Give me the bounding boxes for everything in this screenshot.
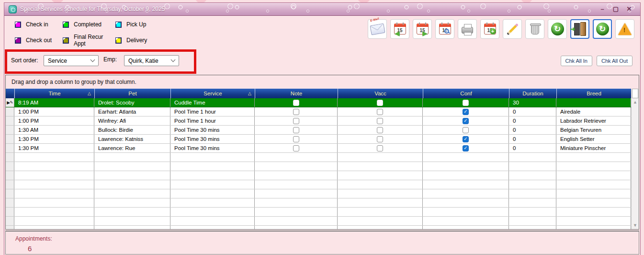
time-cell xyxy=(14,171,94,180)
conf-checkbox[interactable] xyxy=(463,127,469,133)
title-bar[interactable]: Special Services schedule for Thursday, … xyxy=(4,3,640,16)
scroll-down-icon[interactable]: ▼ xyxy=(632,221,639,229)
conf-cell xyxy=(423,98,509,107)
sort-order-dropdown[interactable]: Service xyxy=(44,55,99,66)
row-selector[interactable] xyxy=(6,217,14,225)
vacc-checkbox[interactable] xyxy=(377,109,383,115)
chk-all-out-button[interactable]: Chk All Out xyxy=(597,56,633,66)
duration-cell: 0 xyxy=(509,135,556,143)
duration-cell xyxy=(509,226,556,229)
row-selector[interactable] xyxy=(6,162,14,171)
print-button[interactable] xyxy=(458,19,477,39)
empty-row[interactable] xyxy=(6,171,631,180)
table-row[interactable]: 1:30 PMLawrence: RuePool Time 30 mins✓0M… xyxy=(6,144,631,153)
conf-checkbox-checked[interactable]: ✓ xyxy=(463,109,469,115)
group-by-hint: Drag and drop a column to group by that … xyxy=(6,75,639,89)
empty-cell xyxy=(255,180,338,189)
legend-flag-icon xyxy=(63,22,69,28)
column-header-service[interactable]: Service△ xyxy=(170,89,255,98)
column-header-note[interactable]: Note xyxy=(255,89,338,98)
scroll-up-icon[interactable]: ▲ xyxy=(632,98,639,106)
row-selector[interactable] xyxy=(6,153,14,162)
employee-dropdown[interactable]: Quirk, Katie xyxy=(124,55,179,66)
appointments-panel: Appointments: 6 xyxy=(5,231,639,255)
row-selector[interactable] xyxy=(6,226,14,229)
pet-cell xyxy=(94,162,170,171)
empty-cell xyxy=(338,217,423,225)
empty-row[interactable] xyxy=(6,180,631,189)
row-selector[interactable] xyxy=(6,116,14,125)
column-label: Time xyxy=(48,91,60,96)
row-selector[interactable] xyxy=(6,135,14,143)
service-cell xyxy=(170,198,255,207)
delete-button[interactable] xyxy=(525,19,544,39)
vacc-checkbox[interactable] xyxy=(377,136,383,142)
row-selector[interactable] xyxy=(6,189,14,198)
note-cell xyxy=(255,107,338,116)
conf-checkbox-checked[interactable]: ✓ xyxy=(463,145,469,151)
arrow-into-door-icon: ➜ xyxy=(570,25,576,33)
empty-row[interactable] xyxy=(6,217,631,226)
table-row[interactable]: 1:00 PMEarhart: AtlantaPool Time 1 hour✓… xyxy=(6,107,631,116)
minimize-icon[interactable]: – xyxy=(599,5,606,13)
check-in-door-button[interactable]: ➜ xyxy=(570,19,589,39)
new-appointment-button[interactable]: 15 + xyxy=(480,19,499,39)
table-row[interactable]: 1:30 PMLawrence: KatnissPool Time 30 min… xyxy=(6,135,631,144)
conf-checkbox-checked[interactable]: ✓ xyxy=(463,118,469,124)
empty-row[interactable] xyxy=(6,208,631,217)
empty-cell xyxy=(255,217,338,225)
empty-row[interactable] xyxy=(6,153,631,162)
row-selector[interactable] xyxy=(6,180,14,189)
legend: Check inCompletedPick UpCheck outFinal R… xyxy=(15,21,147,47)
conf-checkbox[interactable] xyxy=(463,100,469,106)
note-checkbox[interactable] xyxy=(293,127,299,133)
column-header-breed[interactable]: Breed xyxy=(556,89,631,98)
find-date-button[interactable]: 10 xyxy=(435,19,454,39)
note-checkbox[interactable] xyxy=(293,118,299,124)
column-header-duration[interactable]: Duration xyxy=(509,89,556,98)
table-row[interactable]: 1:00 PMWinfrey: AfiPool Time 1 hour✓0Lab… xyxy=(6,116,631,126)
vacc-checkbox[interactable] xyxy=(377,118,383,124)
row-selector[interactable] xyxy=(6,144,14,152)
conf-checkbox-checked[interactable]: ✓ xyxy=(463,136,469,142)
row-selector[interactable] xyxy=(6,171,14,180)
next-day-button[interactable]: 15 ▶ xyxy=(413,19,432,39)
empty-row[interactable] xyxy=(6,162,631,171)
vacc-checkbox[interactable] xyxy=(377,145,383,151)
row-selector[interactable] xyxy=(6,198,14,207)
app-icon xyxy=(9,5,17,13)
column-header-conf[interactable]: Conf xyxy=(423,89,509,98)
note-checkbox[interactable] xyxy=(293,100,299,106)
close-icon[interactable]: ✕ xyxy=(625,5,633,13)
column-header-pet[interactable]: Pet xyxy=(94,89,170,98)
maximize-icon[interactable]: ▢ xyxy=(612,5,620,13)
table-row[interactable]: 1:30 AMBullock: BirdiePool Time 30 mins0… xyxy=(6,126,631,135)
note-checkbox[interactable] xyxy=(293,136,299,142)
empty-row[interactable] xyxy=(6,198,631,208)
edit-button[interactable] xyxy=(503,19,522,39)
alerts-button[interactable]: ! xyxy=(615,19,634,39)
column-header-vacc[interactable]: Vacc xyxy=(338,89,423,98)
row-selector[interactable] xyxy=(6,126,14,134)
note-checkbox[interactable] xyxy=(293,145,299,151)
vacc-checkbox[interactable] xyxy=(377,127,383,133)
vacc-checkbox[interactable] xyxy=(377,100,383,106)
service-cell: Pool Time 30 mins xyxy=(170,135,255,143)
legend-item-pick-up: Pick Up xyxy=(115,21,147,28)
empty-row[interactable] xyxy=(6,189,631,198)
legend-flag-icon xyxy=(63,37,69,44)
refresh-button[interactable]: ↻ xyxy=(548,19,567,39)
column-label: Note xyxy=(291,91,302,96)
table-row[interactable]: ▶✎8:19 AMDrolet: ScoobyCuddle Time30 xyxy=(6,98,631,107)
row-selector[interactable] xyxy=(6,107,14,116)
row-selector[interactable]: ▶✎ xyxy=(6,98,14,107)
refresh-button-alt[interactable]: ↻ xyxy=(593,19,612,39)
previous-day-button[interactable]: 15 ◀ xyxy=(390,19,409,39)
chk-all-in-button[interactable]: Chk All In xyxy=(561,56,592,66)
note-checkbox[interactable] xyxy=(293,109,299,115)
column-header-time[interactable]: Time△ xyxy=(14,89,94,98)
row-selector[interactable] xyxy=(6,208,14,216)
empty-row[interactable] xyxy=(6,226,631,229)
vertical-scrollbar[interactable]: ▲ ▼ xyxy=(631,89,639,229)
email-button[interactable]: E-Mail xyxy=(368,19,387,39)
